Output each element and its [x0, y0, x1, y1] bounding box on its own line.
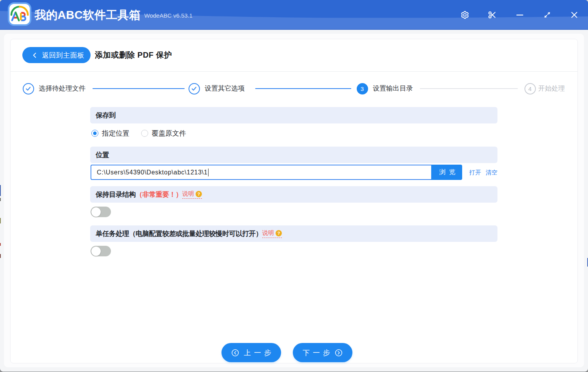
help-label: 说明: [182, 190, 194, 198]
step-line-1: [93, 88, 185, 89]
app-logo-graphic: [9, 4, 30, 24]
output-path-input[interactable]: C:\Users\54390\Desktop\abc\1213\1: [91, 165, 431, 180]
toggle-knob: [91, 207, 101, 217]
section-keep-structure: 保持目录结构（非常重要！） 说明 ?: [90, 186, 497, 203]
main-card: 返回到主面板 添加或删除 PDF 保护 选择待处理文件 设置其它选项 3 设置输…: [10, 39, 578, 363]
step-3-circle-active: 3: [357, 83, 368, 94]
prev-circle-arrow-icon: [231, 349, 239, 357]
help-label: 说明: [262, 229, 274, 237]
section-save-to: 保存到: [90, 107, 497, 123]
browse-button[interactable]: 浏览: [431, 165, 462, 180]
gear-shape: [461, 11, 468, 18]
step-4-label: 开始处理: [538, 83, 565, 94]
app-window: 我的ABC软件工具箱 WodeABC v6.53.1: [0, 0, 588, 372]
clear-link[interactable]: 清空: [486, 165, 497, 180]
prev-step-label: 上一步: [244, 348, 274, 357]
output-path-value: C:\Users\54390\Desktop\abc\1213\1: [97, 169, 208, 176]
edge-speckle: [0, 254, 1, 258]
app-logo: [8, 2, 31, 26]
settings-gear-icon[interactable]: [460, 10, 470, 20]
minimize-icon[interactable]: [515, 10, 524, 20]
edge-speckle: [0, 185, 1, 196]
titlebar: 我的ABC软件工具箱 WodeABC v6.53.1: [0, 0, 588, 30]
back-to-dashboard-button[interactable]: 返回到主面板: [22, 47, 91, 63]
close-icon[interactable]: [570, 10, 579, 20]
save-to-options: 指定位置 覆盖原文件: [90, 128, 186, 139]
radio-overwrite-original-label: 覆盖原文件: [152, 129, 186, 138]
radio-overwrite-original[interactable]: 覆盖原文件: [141, 129, 186, 138]
back-chevron-icon: [32, 52, 38, 58]
next-circle-arrow-icon: [335, 349, 343, 357]
back-button-label: 返回到主面板: [42, 51, 84, 60]
section-save-to-title: 保存到: [96, 111, 116, 120]
step-3-label: 设置输出目录: [373, 83, 413, 94]
keep-structure-help-link[interactable]: 说明 ?: [182, 190, 202, 199]
section-single-task: 单任务处理（电脑配置较差或批量处理较慢时可以打开） 说明 ?: [90, 225, 497, 242]
step-4-circle-wait: 4: [524, 83, 536, 94]
open-link[interactable]: 打开: [469, 165, 481, 180]
single-task-help-link[interactable]: 说明 ?: [262, 229, 282, 238]
step-line-3: [420, 88, 518, 89]
radio-on-icon: [91, 130, 98, 137]
text-caret: [208, 169, 209, 176]
location-input-row: C:\Users\54390\Desktop\abc\1213\1 浏览 打开 …: [90, 165, 497, 180]
edge-speckle: [0, 243, 1, 246]
prev-step-button[interactable]: 上一步: [221, 343, 281, 362]
radio-specified-location[interactable]: 指定位置: [91, 129, 129, 138]
step-line-2: [255, 88, 351, 89]
question-mark-icon: ?: [196, 191, 202, 197]
keep-structure-toggle-off[interactable]: [91, 207, 111, 217]
section-keep-structure-title: 保持目录结构: [96, 190, 136, 199]
scissors-icon[interactable]: [488, 10, 497, 20]
section-location-title: 位置: [96, 150, 109, 160]
radio-off-icon: [141, 130, 148, 137]
step-2-circle-done: [189, 83, 200, 94]
radio-specified-location-label: 指定位置: [102, 129, 129, 138]
single-task-toggle-off[interactable]: [91, 246, 111, 256]
keep-structure-important: （非常重要！）: [136, 190, 182, 199]
edge-speckle: [0, 198, 1, 201]
page-title: 添加或删除 PDF 保护: [95, 39, 172, 72]
step-1-circle-done: [23, 83, 34, 94]
edge-speckle: [0, 218, 1, 223]
section-single-task-title: 单任务处理（电脑配置较差或批量处理较慢时可以打开）: [96, 229, 262, 238]
next-step-label: 下一步: [303, 348, 333, 357]
toggle-knob: [91, 247, 101, 256]
app-version: WodeABC v6.53.1: [144, 0, 192, 31]
app-title: 我的ABC软件工具箱: [34, 0, 141, 30]
section-location: 位置: [90, 147, 497, 163]
maximize-icon[interactable]: [543, 10, 552, 20]
next-step-button[interactable]: 下一步: [293, 343, 352, 362]
step-2-label: 设置其它选项: [205, 83, 245, 94]
question-mark-icon: ?: [276, 230, 282, 236]
card-header: 返回到主面板 添加或删除 PDF 保护: [11, 39, 577, 72]
step-1-label: 选择待处理文件: [39, 83, 85, 94]
